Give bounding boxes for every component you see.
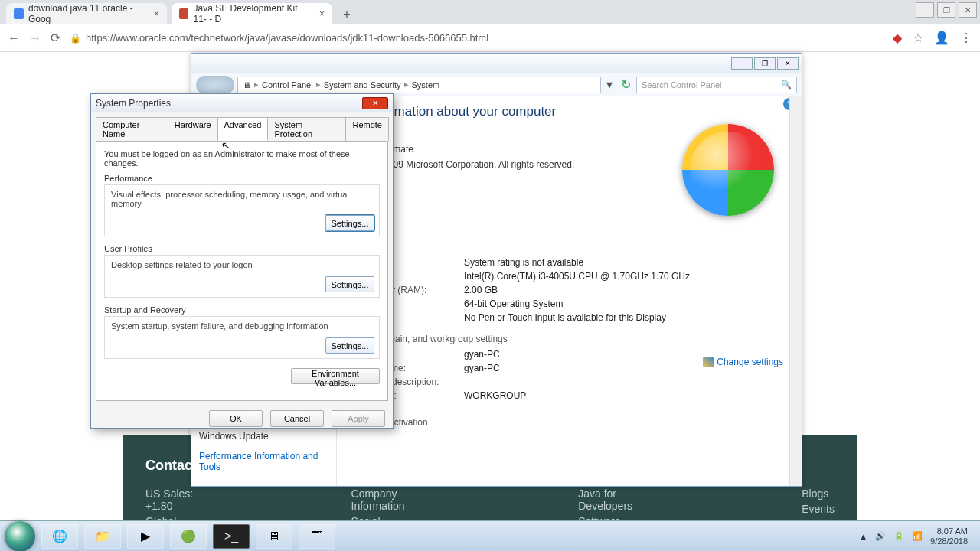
bookmark-icon[interactable]: ☆ <box>913 31 923 45</box>
start-button[interactable] <box>5 521 35 552</box>
page-heading: sic information about your computer <box>349 104 789 119</box>
window-minimize-button[interactable]: — <box>916 2 934 18</box>
breadcrumb-item[interactable]: Control Panel <box>262 80 313 90</box>
reload-button[interactable]: ⟳ <box>51 31 60 45</box>
system-rating-link[interactable]: System rating is not available <box>464 257 583 268</box>
processor-value: Intel(R) Core(TM) i3-4005U CPU @ 1.70GHz… <box>464 271 690 282</box>
profile-icon[interactable]: 👤 <box>934 31 949 45</box>
section-label: name, domain, and workgroup settings <box>349 334 789 344</box>
new-tab-button[interactable]: + <box>337 5 357 24</box>
address-bar[interactable]: 🔒 https://www.oracle.com/technetwork/jav… <box>70 32 884 44</box>
tray-overflow-icon[interactable]: ▲ <box>859 532 867 541</box>
admin-note: You must be logged on as an Administrato… <box>104 149 380 168</box>
group-title-startup-recovery: Startup and Recovery <box>104 305 380 315</box>
browser-tab-google[interactable]: download java 11 oracle - Goog × <box>6 3 167 24</box>
taskbar-control-panel-icon[interactable]: 🖥 <box>256 524 292 549</box>
environment-variables-button[interactable]: Environment Variables... <box>291 368 380 384</box>
system-type-value: 64-bit Operating System <box>464 298 563 309</box>
dialog-title: System Properties <box>96 98 171 109</box>
sidebar-link[interactable]: Performance Information and Tools <box>199 451 328 472</box>
menu-icon[interactable]: ⋮ <box>960 31 972 45</box>
tab-title: Java SE Development Kit 11- - D <box>193 3 313 24</box>
group-desc: Visual effects, processor scheduling, me… <box>111 190 373 208</box>
lock-icon: 🔒 <box>70 33 81 44</box>
back-button[interactable]: ← <box>8 31 20 45</box>
taskbar-ie-icon[interactable]: 🌐 <box>41 524 78 549</box>
url-text: https://www.oracle.com/technetwork/java/… <box>86 32 488 44</box>
user-profiles-settings-button[interactable]: Settings... <box>325 276 374 292</box>
group-desc: Desktop settings related to your logon <box>111 260 373 269</box>
scrollbar[interactable] <box>789 96 802 486</box>
system-properties-dialog: System Properties ✕ Computer Name Hardwa… <box>90 93 394 429</box>
ram-value: 2.00 GB <box>464 285 498 295</box>
window-close-button[interactable]: ✕ <box>959 2 977 18</box>
extension-icon[interactable]: ◆ <box>893 31 902 45</box>
full-computer-name-value: gyan-PC <box>464 363 500 373</box>
tab-remote[interactable]: Remote <box>345 117 389 141</box>
change-settings-link[interactable]: Change settings <box>703 357 783 367</box>
tab-title: download java 11 oracle - Goog <box>28 3 148 24</box>
tab-computer-name[interactable]: Computer Name <box>96 117 168 141</box>
performance-settings-button[interactable]: Settings... <box>325 215 374 231</box>
network-icon[interactable]: 📶 <box>912 531 923 541</box>
windows-logo-icon <box>682 124 774 216</box>
tab-advanced[interactable]: Advanced <box>217 117 269 141</box>
close-icon[interactable]: × <box>319 8 325 19</box>
battery-icon[interactable]: 🔋 <box>893 531 904 541</box>
favicon-google-icon <box>14 8 24 19</box>
breadcrumb-dropdown-icon[interactable]: ▾ <box>604 77 615 92</box>
dialog-footer: OK Cancel Apply <box>91 406 393 432</box>
tab-hardware[interactable]: Hardware <box>168 117 218 141</box>
ok-button[interactable]: OK <box>209 410 263 427</box>
advanced-panel: You must be logged on as an Administrato… <box>96 141 388 401</box>
computer-name-value: gyan-PC <box>464 349 500 360</box>
dialog-tabs: Computer Name Hardware Advanced System P… <box>91 112 393 141</box>
cancel-button[interactable]: Cancel <box>270 410 324 427</box>
taskbar: 🌐 📁 ▶ 🟢 >_ 🖥 🗔 ▲ 🔊 🔋 📶 8:07 AM 9/28/2018 <box>0 520 980 551</box>
browser-toolbar: ← → ⟳ 🔒 https://www.oracle.com/technetwo… <box>0 24 980 52</box>
taskbar-media-icon[interactable]: ▶ <box>127 524 164 549</box>
close-button[interactable]: ✕ <box>362 97 388 109</box>
clock[interactable]: 8:07 AM 9/28/2018 <box>930 527 968 545</box>
group-title-performance: Performance <box>104 174 380 183</box>
dialog-titlebar[interactable]: System Properties ✕ <box>91 94 393 112</box>
group-title-user-profiles: User Profiles <box>104 244 380 253</box>
explorer-main: ? sic information about your computer ed… <box>337 96 802 486</box>
pen-touch-value: No Pen or Touch Input is available for t… <box>464 312 666 323</box>
search-icon: 🔍 <box>781 80 792 90</box>
breadcrumb-item[interactable]: System <box>412 80 440 90</box>
group-desc: System startup, system failure, and debu… <box>111 321 373 331</box>
section-label: Windows activation <box>349 417 789 428</box>
shield-icon <box>703 357 714 367</box>
forward-button[interactable]: → <box>29 31 41 45</box>
sidebar-link[interactable]: Windows Update <box>199 431 328 442</box>
search-input[interactable]: Search Control Panel 🔍 <box>636 77 797 93</box>
breadcrumb[interactable]: 🖥 ▸ Control Panel ▸ System and Security … <box>237 77 601 93</box>
favicon-oracle-icon <box>179 8 188 19</box>
explorer-titlebar[interactable]: — ❐ ✕ <box>191 54 802 73</box>
taskbar-explorer-icon[interactable]: 📁 <box>84 524 121 549</box>
taskbar-cmd-icon[interactable]: >_ <box>213 524 250 549</box>
taskbar-chrome-icon[interactable]: 🟢 <box>170 524 207 549</box>
system-tray[interactable]: ▲ 🔊 🔋 📶 8:07 AM 9/28/2018 <box>851 527 975 545</box>
close-button[interactable]: ✕ <box>777 57 799 70</box>
apply-button[interactable]: Apply <box>332 410 385 427</box>
startup-recovery-settings-button[interactable]: Settings... <box>325 337 374 354</box>
taskbar-app-icon[interactable]: 🗔 <box>299 524 335 549</box>
tab-system-protection[interactable]: System Protection <box>267 117 346 141</box>
workgroup-value: WORKGROUP <box>464 390 526 401</box>
browser-tab-oracle[interactable]: Java SE Development Kit 11- - D × <box>172 3 332 24</box>
window-maximize-button[interactable]: ❐ <box>937 2 956 18</box>
browser-tab-strip: download java 11 oracle - Goog × Java SE… <box>0 0 980 24</box>
back-forward-buttons[interactable] <box>196 76 234 94</box>
refresh-icon[interactable]: ↻ <box>618 77 633 92</box>
breadcrumb-item[interactable]: System and Security <box>324 80 401 90</box>
search-placeholder: Search Control Panel <box>642 80 722 90</box>
close-icon[interactable]: × <box>154 8 159 19</box>
minimize-button[interactable]: — <box>731 57 753 70</box>
breadcrumb-icon: 🖥 <box>243 80 251 90</box>
volume-icon[interactable]: 🔊 <box>875 531 886 541</box>
maximize-button[interactable]: ❐ <box>754 57 776 70</box>
